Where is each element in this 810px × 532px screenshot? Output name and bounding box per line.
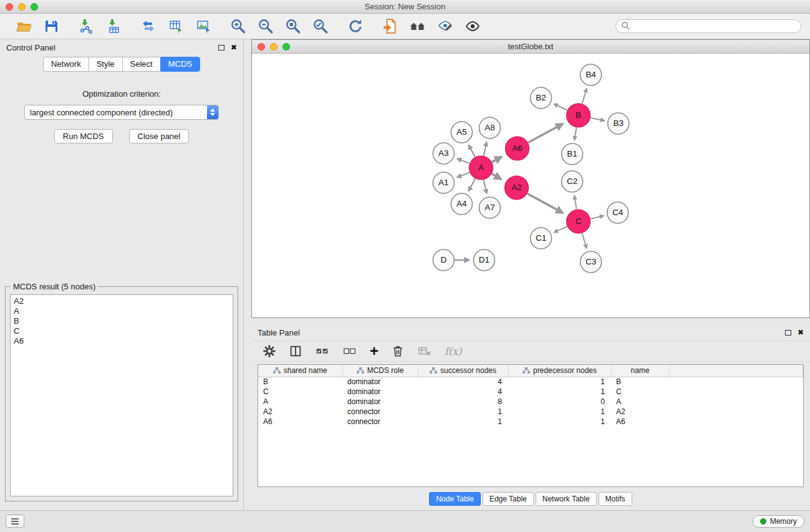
network-node-D1[interactable]: D1 bbox=[473, 249, 494, 271]
network-node-B4[interactable]: B4 bbox=[581, 64, 602, 85]
close-panel-icon[interactable]: ✖ bbox=[231, 44, 237, 51]
network-edge-A-A3[interactable] bbox=[457, 158, 470, 163]
delete-table-icon[interactable] bbox=[417, 343, 432, 359]
network-edge-A-A4[interactable] bbox=[468, 179, 475, 191]
add-column-icon[interactable]: + bbox=[370, 343, 378, 359]
column-header-name[interactable]: name bbox=[611, 365, 669, 377]
float-panel-icon[interactable] bbox=[218, 45, 224, 51]
save-session-icon[interactable] bbox=[42, 17, 60, 35]
network-node-C4[interactable]: C4 bbox=[607, 202, 629, 223]
show-columns-icon[interactable] bbox=[289, 343, 302, 359]
network-node-C2[interactable]: C2 bbox=[562, 171, 583, 192]
mcds-result-item[interactable]: C bbox=[14, 326, 229, 336]
open-session-icon[interactable] bbox=[15, 17, 32, 35]
network-node-B3[interactable]: B3 bbox=[608, 113, 629, 134]
network-edge-A-A8[interactable] bbox=[484, 142, 487, 156]
eye-pencil-icon[interactable] bbox=[436, 17, 454, 35]
home-pair-icon[interactable] bbox=[409, 17, 427, 35]
refresh-icon[interactable] bbox=[347, 17, 364, 35]
network-close-button[interactable] bbox=[258, 43, 265, 51]
mcds-result-list[interactable]: A2ABCA6 bbox=[10, 294, 233, 496]
network-edge-B-B2[interactable] bbox=[554, 104, 567, 110]
optimization-criterion-dropdown[interactable]: largest connected component (directed) bbox=[24, 105, 219, 120]
network-node-B[interactable]: B bbox=[567, 104, 591, 127]
tab-motifs[interactable]: Motifs bbox=[599, 492, 632, 506]
document-arrow-icon[interactable] bbox=[382, 17, 399, 35]
minimize-window-button[interactable] bbox=[18, 3, 26, 11]
column-header-shared-name[interactable]: shared name bbox=[258, 365, 342, 377]
search-box[interactable] bbox=[615, 19, 801, 33]
network-edge-A-A7[interactable] bbox=[484, 180, 487, 194]
column-header-mcds-role[interactable]: MCDS role bbox=[342, 365, 418, 377]
tab-node-table[interactable]: Node Table bbox=[429, 492, 481, 506]
network-node-A1[interactable]: A1 bbox=[433, 172, 454, 193]
network-canvas[interactable]: B4B2BB3A5A8A6B1A3AA1C2A2A4A7C4CC1DD1C3 bbox=[252, 54, 809, 317]
zoom-window-button[interactable] bbox=[31, 3, 38, 11]
close-table-panel-icon[interactable]: ✖ bbox=[798, 329, 804, 336]
function-builder-icon[interactable]: f(x) bbox=[445, 343, 461, 359]
network-edge-B-B3[interactable] bbox=[591, 118, 604, 121]
mcds-result-item[interactable]: B bbox=[14, 316, 229, 326]
column-header-successor-nodes[interactable]: successor nodes bbox=[418, 365, 508, 377]
network-edge-A-A5[interactable] bbox=[468, 145, 475, 157]
network-zoom-button[interactable] bbox=[282, 43, 290, 51]
zoom-fit-icon[interactable] bbox=[284, 17, 302, 35]
tab-edge-table[interactable]: Edge Table bbox=[483, 492, 534, 506]
task-history-button[interactable] bbox=[6, 515, 24, 528]
table-row[interactable]: A6connector11A6 bbox=[258, 417, 803, 427]
deselect-all-icon[interactable] bbox=[342, 343, 357, 359]
close-window-button[interactable] bbox=[6, 3, 13, 11]
table-row[interactable]: A2connector11A2 bbox=[258, 407, 803, 417]
network-edge-A6-B[interactable] bbox=[528, 124, 562, 143]
tab-network[interactable]: Network bbox=[43, 57, 89, 72]
network-edge-A-A1[interactable] bbox=[457, 172, 470, 177]
table-settings-gear-icon[interactable] bbox=[263, 343, 276, 359]
mcds-result-item[interactable]: A2 bbox=[14, 296, 229, 306]
float-table-panel-icon[interactable] bbox=[785, 330, 791, 336]
run-mcds-button[interactable]: Run MCDS bbox=[54, 129, 113, 143]
table-row[interactable]: Adominator80A bbox=[258, 397, 803, 407]
zoom-selected-icon[interactable] bbox=[312, 17, 329, 35]
search-input[interactable] bbox=[633, 22, 796, 31]
close-panel-button[interactable]: Close panel bbox=[129, 129, 190, 143]
network-node-A5[interactable]: A5 bbox=[451, 122, 472, 143]
network-node-C3[interactable]: C3 bbox=[581, 251, 602, 273]
import-table-icon[interactable] bbox=[105, 17, 122, 35]
network-node-A[interactable]: A bbox=[469, 156, 493, 180]
zoom-out-icon[interactable] bbox=[257, 17, 274, 35]
network-minimize-button[interactable] bbox=[270, 43, 277, 51]
network-node-A4[interactable]: A4 bbox=[451, 193, 472, 215]
network-node-D[interactable]: D bbox=[433, 249, 454, 271]
network-node-B1[interactable]: B1 bbox=[562, 143, 583, 165]
network-node-C1[interactable]: C1 bbox=[530, 228, 551, 249]
network-edge-A-A6[interactable] bbox=[492, 157, 501, 162]
network-edge-C-C3[interactable] bbox=[582, 233, 586, 248]
network-edge-B-B1[interactable] bbox=[574, 128, 576, 140]
network-node-A7[interactable]: A7 bbox=[479, 197, 500, 218]
network-node-B2[interactable]: B2 bbox=[530, 87, 551, 109]
network-node-C[interactable]: C bbox=[567, 210, 591, 233]
column-header-predecessor-nodes[interactable]: predecessor nodes bbox=[508, 365, 611, 377]
export-image-icon[interactable] bbox=[195, 17, 212, 35]
tab-network-table[interactable]: Network Table bbox=[536, 492, 597, 506]
network-edge-C-C1[interactable] bbox=[554, 226, 567, 232]
table-arrow-icon[interactable] bbox=[167, 17, 185, 35]
memory-button[interactable]: Memory bbox=[753, 515, 804, 528]
tab-select[interactable]: Select bbox=[122, 57, 160, 72]
network-edge-A2-C[interactable] bbox=[528, 194, 563, 213]
mcds-result-item[interactable]: A bbox=[14, 306, 229, 316]
network-edge-A-A2[interactable] bbox=[492, 174, 501, 179]
delete-column-icon[interactable] bbox=[391, 343, 405, 359]
network-node-A3[interactable]: A3 bbox=[433, 143, 454, 164]
network-edge-C-C2[interactable] bbox=[574, 196, 576, 210]
select-all-icon[interactable] bbox=[315, 343, 330, 359]
import-network-icon[interactable] bbox=[77, 17, 95, 35]
network-edge-C-C4[interactable] bbox=[591, 216, 604, 219]
eye-icon[interactable] bbox=[464, 17, 481, 35]
node-table-container[interactable]: shared name MCDS role successor nodes pr… bbox=[258, 364, 804, 487]
network-arrows-icon[interactable] bbox=[140, 17, 157, 35]
table-row[interactable]: Cdominator41C bbox=[258, 387, 803, 397]
network-edge-B-B4[interactable] bbox=[582, 89, 586, 104]
tab-mcds[interactable]: MCDS bbox=[160, 57, 200, 72]
zoom-in-icon[interactable] bbox=[229, 17, 247, 35]
